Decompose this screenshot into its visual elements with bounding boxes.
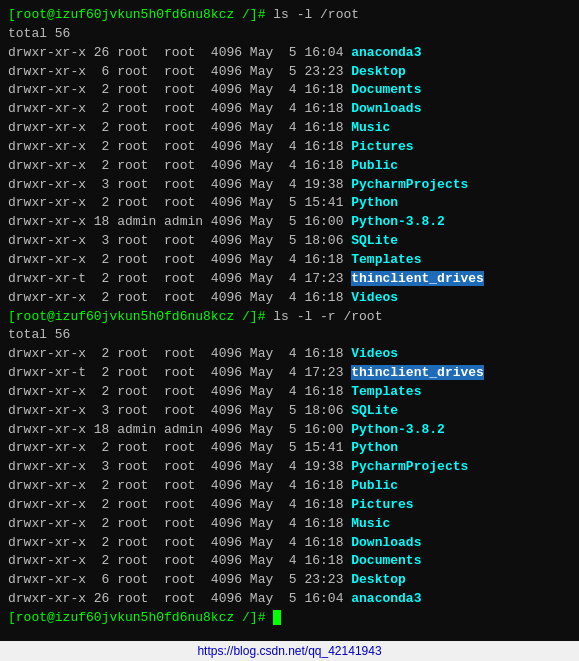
terminal-line-r10: drwxr-xr-x 2 root root 4096 May 4 16:18 … <box>8 515 571 534</box>
terminal-line-l8: drwxr-xr-x 3 root root 4096 May 4 19:38 … <box>8 176 571 195</box>
terminal-line-r12: drwxr-xr-x 2 root root 4096 May 4 16:18 … <box>8 552 571 571</box>
terminal-line-r2: drwxr-xr-t 2 root root 4096 May 4 17:23 … <box>8 364 571 383</box>
terminal-line-cmd2: [root@izuf60jvkun5h0fd6nu8kcz /]# ls -l … <box>8 308 571 327</box>
terminal-line-cmd1: [root@izuf60jvkun5h0fd6nu8kcz /]# ls -l … <box>8 6 571 25</box>
terminal-line-total1: total 56 <box>8 25 571 44</box>
terminal-line-r7: drwxr-xr-x 3 root root 4096 May 4 19:38 … <box>8 458 571 477</box>
terminal-line-cmd3: [root@izuf60jvkun5h0fd6nu8kcz /]# <box>8 609 571 628</box>
terminal-line-l13: drwxr-xr-t 2 root root 4096 May 4 17:23 … <box>8 270 571 289</box>
terminal-line-l6: drwxr-xr-x 2 root root 4096 May 4 16:18 … <box>8 138 571 157</box>
terminal-line-l1: drwxr-xr-x 26 root root 4096 May 5 16:04… <box>8 44 571 63</box>
terminal-line-r14: drwxr-xr-x 26 root root 4096 May 5 16:04… <box>8 590 571 609</box>
terminal-line-l2: drwxr-xr-x 6 root root 4096 May 5 23:23 … <box>8 63 571 82</box>
terminal-line-l12: drwxr-xr-x 2 root root 4096 May 4 16:18 … <box>8 251 571 270</box>
terminal-line-r11: drwxr-xr-x 2 root root 4096 May 4 16:18 … <box>8 534 571 553</box>
terminal-line-l4: drwxr-xr-x 2 root root 4096 May 4 16:18 … <box>8 100 571 119</box>
terminal-line-r9: drwxr-xr-x 2 root root 4096 May 4 16:18 … <box>8 496 571 515</box>
terminal-line-l11: drwxr-xr-x 3 root root 4096 May 5 18:06 … <box>8 232 571 251</box>
footer-bar: https://blog.csdn.net/qq_42141943 <box>0 641 579 661</box>
terminal-line-r3: drwxr-xr-x 2 root root 4096 May 4 16:18 … <box>8 383 571 402</box>
terminal-line-r1: drwxr-xr-x 2 root root 4096 May 4 16:18 … <box>8 345 571 364</box>
terminal-line-total2: total 56 <box>8 326 571 345</box>
terminal-line-l9: drwxr-xr-x 2 root root 4096 May 5 15:41 … <box>8 194 571 213</box>
terminal-line-l3: drwxr-xr-x 2 root root 4096 May 4 16:18 … <box>8 81 571 100</box>
terminal-line-l14: drwxr-xr-x 2 root root 4096 May 4 16:18 … <box>8 289 571 308</box>
terminal-line-l5: drwxr-xr-x 2 root root 4096 May 4 16:18 … <box>8 119 571 138</box>
terminal-line-r8: drwxr-xr-x 2 root root 4096 May 4 16:18 … <box>8 477 571 496</box>
terminal-line-r5: drwxr-xr-x 18 admin admin 4096 May 5 16:… <box>8 421 571 440</box>
terminal-line-r13: drwxr-xr-x 6 root root 4096 May 5 23:23 … <box>8 571 571 590</box>
terminal-line-l7: drwxr-xr-x 2 root root 4096 May 4 16:18 … <box>8 157 571 176</box>
terminal-line-r4: drwxr-xr-x 3 root root 4096 May 5 18:06 … <box>8 402 571 421</box>
terminal-line-r6: drwxr-xr-x 2 root root 4096 May 5 15:41 … <box>8 439 571 458</box>
terminal-line-l10: drwxr-xr-x 18 admin admin 4096 May 5 16:… <box>8 213 571 232</box>
footer-url: https://blog.csdn.net/qq_42141943 <box>197 644 381 658</box>
terminal: [root@izuf60jvkun5h0fd6nu8kcz /]# ls -l … <box>0 0 579 641</box>
